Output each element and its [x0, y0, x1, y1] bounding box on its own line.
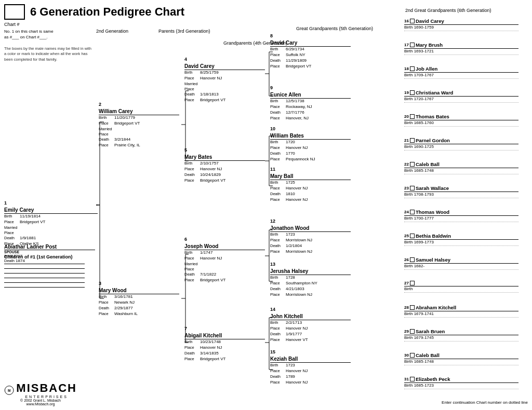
- person-11: 11 Mary Ball Birth1725 PlaceHanover NJ D…: [270, 166, 351, 202]
- chart-number-box: [4, 4, 25, 20]
- person-3: 3 Mary Wood Birth3/16/1781 PlaceNewark N…: [99, 280, 179, 317]
- logo-icon: M: [4, 382, 14, 398]
- person-29-name: Sarah Bruen: [416, 329, 445, 334]
- person-9: 9 Eunice Allen Birth12/5/1738 PlaceRocka…: [270, 85, 351, 121]
- person-18: 18 Job Allen Birth 1709-1767: [404, 66, 526, 79]
- person-1: 1 Emily Carey Birth11/19/1814 PlaceBridg…: [4, 200, 98, 247]
- child-line-5: [4, 282, 85, 283]
- continuation-note: Enter continuation Chart number on dotte…: [442, 400, 528, 405]
- person-14: 14 John Kitchell Birth2/2/1713 PlaceHano…: [270, 306, 351, 343]
- chart-title: 6 Generation Pedigree Chart: [30, 5, 184, 19]
- gen2-label: 2nd Generation: [96, 29, 128, 34]
- child-line-6: [4, 287, 85, 288]
- person-4: 4 David Carey Birth8/25/1759 PlaceHanove…: [184, 56, 265, 103]
- person-22: 22 Caleb Ball Birth 1685-1748: [404, 161, 526, 174]
- gen3-label: Parents (3rd Generation): [158, 29, 210, 34]
- person-5: 5 Mary Bates Birth2/10/1757 PlaceHanover…: [184, 147, 265, 183]
- person-13: 13 Jerusha Halsey Birth1728 PlaceSoutham…: [270, 261, 351, 297]
- logo-enterprises: ENTERPRISES: [16, 395, 77, 399]
- svg-text:M: M: [8, 388, 10, 392]
- person-16: 16 David Carey Birth 1690-1759: [404, 18, 526, 31]
- person-31: 31 Elizabeth Peck Birth 1685-1723: [404, 376, 526, 389]
- chart-num-label: Chart #: [4, 22, 20, 27]
- child-line-3: [4, 273, 85, 274]
- person-26-name: Samuel Halsey: [416, 257, 450, 263]
- person-6: 6 Joseph Wood Birth1/1747 PlaceHanover N…: [184, 236, 265, 283]
- person-24: 24 Thomas Wood Birth 1700-1777: [404, 209, 526, 222]
- person-23-name: Sarah Wallace: [416, 185, 449, 191]
- person-21: 21 Parnel Gordon Birth 1690-1725: [404, 138, 526, 151]
- person-21-name: Parnel Gordon: [416, 138, 450, 143]
- person-19: 19 Christiana Ward Birth 1720-1767: [404, 90, 526, 103]
- person-7: 7 Abigail Kitchell Birth10/23/1748 Place…: [184, 325, 265, 362]
- logo: M MISBACH ENTERPRISES © 2002 Grant L. Mi…: [4, 381, 77, 406]
- person-28: 28 Abraham Kitchell Birth 1679-1741: [404, 305, 526, 318]
- person-17: 17 Mary Brush Birth 1693-1721: [404, 42, 526, 55]
- person-30-name: Caleb Ball: [416, 352, 440, 358]
- gen5-label: Great Grandparents (5th Generation): [296, 26, 373, 31]
- person-19-name: Christiana Ward: [416, 90, 454, 95]
- person-22-name: Caleb Ball: [416, 161, 440, 167]
- legend-line1: No. 1 on this chart is same: [4, 29, 92, 34]
- person-20-name: Thomas Bates: [416, 114, 449, 119]
- legend-desc: The boxes by the male names may be fille…: [4, 46, 92, 63]
- person-25-name: Bethia Baldwin: [416, 233, 451, 239]
- person-23: 23 Sarah Wallace Birth 1708-1793: [404, 185, 526, 198]
- spouse-label: SPOUSE: [4, 250, 95, 254]
- person-18-name: Job Allen: [416, 66, 437, 72]
- person-10: 10 William Bates Birth1720 PlaceHanover …: [270, 126, 351, 162]
- person-1-name: Emily Carey: [4, 207, 98, 214]
- logo-url: www.Misbach.org: [4, 402, 77, 406]
- person-24-name: Thomas Wood: [416, 209, 449, 215]
- person-17-name: Mary Brush: [416, 42, 443, 48]
- person-15: 15 Keziah Ball Birth1723 PlaceHanover NJ…: [270, 349, 351, 385]
- logo-copy: © 2002 Grant L. Misbach: [4, 399, 77, 402]
- gen6-label: 2nd Great Grandparents (6th Generation): [405, 8, 491, 13]
- person-27: 27 Birth: [404, 281, 526, 293]
- person-16-name: David Carey: [416, 18, 444, 24]
- legend-line2: as #___ on Chart #___.: [4, 34, 92, 40]
- person-25: 25 Bethia Baldwin Birth 1699-1773: [404, 233, 526, 246]
- person-20: 20 Thomas Bates Birth 1685-1760: [404, 114, 526, 127]
- legend: No. 1 on this chart is same as #___ on C…: [4, 29, 92, 62]
- spouse-name: Abiathar Ladner Post: [4, 244, 95, 250]
- person-28-name: Abraham Kitchell: [416, 305, 456, 310]
- child-line-1: [4, 264, 85, 264]
- logo-name: MISBACH: [16, 381, 77, 395]
- children-section: Children of #1 (1st Generation): [4, 254, 95, 292]
- child-line-2: [4, 268, 85, 269]
- person-12: 12 Jonathon Wood Birth1723 PlaceMorristo…: [270, 218, 351, 254]
- person-29: 29 Sarah Bruen Birth 1679-1745: [404, 329, 526, 341]
- person-30: 30 Caleb Ball Birth 1685-1748: [404, 352, 526, 365]
- person-8: 8 David Cary Birth6/29/1734 PlaceSuffolk…: [270, 33, 351, 69]
- person-31-name: Elizabeth Peck: [416, 376, 450, 382]
- child-line-4: [4, 278, 85, 278]
- person-2: 2 William Carey Birth11/20/1779 PlaceBri…: [99, 101, 179, 148]
- person-26: 26 Samuel Halsey Birth 1682-: [404, 257, 526, 270]
